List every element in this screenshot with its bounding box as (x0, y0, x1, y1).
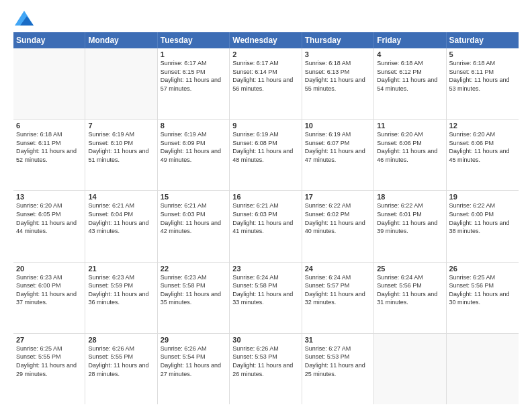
day-number: 25 (377, 265, 443, 273)
cell-info: Sunrise: 6:17 AMSunset: 6:15 PMDaylight:… (161, 59, 226, 93)
day-number: 31 (305, 336, 371, 344)
cell-info: Sunrise: 6:24 AMSunset: 5:58 PMDaylight:… (232, 273, 298, 307)
day-cell-10: 10Sunrise: 6:19 AMSunset: 6:07 PMDayligh… (302, 120, 374, 190)
day-number: 10 (305, 122, 371, 130)
cell-info: Sunrise: 6:24 AMSunset: 5:56 PMDaylight:… (377, 273, 443, 307)
cell-info: Sunrise: 6:26 AMSunset: 5:54 PMDaylight:… (161, 345, 226, 378)
logo-icon (15, 11, 34, 26)
day-number: 17 (305, 193, 371, 201)
day-number: 14 (88, 193, 154, 201)
cell-info: Sunrise: 6:23 AMSunset: 5:59 PMDaylight:… (88, 273, 154, 307)
day-number: 1 (161, 50, 226, 58)
day-cell-8: 8Sunrise: 6:19 AMSunset: 6:09 PMDaylight… (158, 120, 230, 190)
calendar-week-3: 13Sunrise: 6:20 AMSunset: 6:05 PMDayligh… (13, 191, 519, 262)
day-cell-30: 30Sunrise: 6:26 AMSunset: 5:53 PMDayligh… (230, 334, 302, 404)
calendar: SundayMondayTuesdayWednesdayThursdayFrid… (13, 32, 519, 404)
day-cell-6: 6Sunrise: 6:18 AMSunset: 6:11 PMDaylight… (13, 120, 85, 190)
day-cell-24: 24Sunrise: 6:24 AMSunset: 5:57 PMDayligh… (302, 263, 374, 333)
day-cell-7: 7Sunrise: 6:19 AMSunset: 6:10 PMDaylight… (85, 120, 157, 190)
cell-info: Sunrise: 6:20 AMSunset: 6:05 PMDaylight:… (16, 201, 82, 235)
day-number: 15 (161, 193, 226, 201)
day-header-wednesday: Wednesday (230, 32, 302, 48)
cell-info: Sunrise: 6:18 AMSunset: 6:11 PMDaylight:… (16, 130, 82, 164)
cell-info: Sunrise: 6:26 AMSunset: 5:55 PMDaylight:… (88, 345, 154, 378)
day-header-saturday: Saturday (447, 32, 519, 48)
day-cell-13: 13Sunrise: 6:20 AMSunset: 6:05 PMDayligh… (13, 191, 85, 261)
day-header-monday: Monday (85, 32, 157, 48)
day-number: 9 (232, 122, 298, 130)
day-number: 28 (88, 336, 154, 344)
day-number: 2 (232, 50, 298, 58)
day-number: 8 (161, 122, 226, 130)
day-header-sunday: Sunday (13, 32, 85, 48)
logo (13, 11, 34, 26)
cell-info: Sunrise: 6:23 AMSunset: 5:58 PMDaylight:… (161, 273, 226, 307)
calendar-week-5: 27Sunrise: 6:25 AMSunset: 5:55 PMDayligh… (13, 334, 519, 404)
page: SundayMondayTuesdayWednesdayThursdayFrid… (0, 0, 532, 411)
day-cell-20: 20Sunrise: 6:23 AMSunset: 6:00 PMDayligh… (13, 263, 85, 333)
day-number: 29 (161, 336, 226, 344)
day-number: 22 (161, 265, 226, 273)
day-number: 3 (305, 50, 371, 58)
cell-info: Sunrise: 6:21 AMSunset: 6:04 PMDaylight:… (88, 201, 154, 235)
day-header-thursday: Thursday (302, 32, 374, 48)
day-number: 26 (449, 265, 516, 273)
day-cell-16: 16Sunrise: 6:21 AMSunset: 6:03 PMDayligh… (230, 191, 302, 261)
day-number: 5 (449, 50, 516, 58)
cell-info: Sunrise: 6:18 AMSunset: 6:11 PMDaylight:… (449, 59, 516, 93)
day-cell-14: 14Sunrise: 6:21 AMSunset: 6:04 PMDayligh… (85, 191, 157, 261)
cell-info: Sunrise: 6:18 AMSunset: 6:12 PMDaylight:… (377, 59, 443, 93)
day-cell-4: 4Sunrise: 6:18 AMSunset: 6:12 PMDaylight… (374, 48, 446, 119)
day-cell-22: 22Sunrise: 6:23 AMSunset: 5:58 PMDayligh… (158, 263, 230, 333)
day-number: 24 (305, 265, 371, 273)
cell-info: Sunrise: 6:21 AMSunset: 6:03 PMDaylight:… (232, 201, 298, 235)
day-number: 18 (377, 193, 443, 201)
day-number: 7 (88, 122, 154, 130)
day-cell-23: 23Sunrise: 6:24 AMSunset: 5:58 PMDayligh… (230, 263, 302, 333)
day-number: 30 (232, 336, 298, 344)
calendar-week-4: 20Sunrise: 6:23 AMSunset: 6:00 PMDayligh… (13, 263, 519, 334)
day-header-friday: Friday (374, 32, 446, 48)
day-cell-18: 18Sunrise: 6:22 AMSunset: 6:01 PMDayligh… (374, 191, 446, 261)
day-cell-11: 11Sunrise: 6:20 AMSunset: 6:06 PMDayligh… (374, 120, 446, 190)
day-cell-29: 29Sunrise: 6:26 AMSunset: 5:54 PMDayligh… (158, 334, 230, 404)
cell-info: Sunrise: 6:22 AMSunset: 6:01 PMDaylight:… (377, 201, 443, 235)
day-number: 16 (232, 193, 298, 201)
cell-info: Sunrise: 6:19 AMSunset: 6:10 PMDaylight:… (88, 130, 154, 164)
cell-info: Sunrise: 6:25 AMSunset: 5:55 PMDaylight:… (16, 345, 82, 378)
calendar-week-2: 6Sunrise: 6:18 AMSunset: 6:11 PMDaylight… (13, 120, 519, 191)
day-number: 4 (377, 50, 443, 58)
day-cell-2: 2Sunrise: 6:17 AMSunset: 6:14 PMDaylight… (230, 48, 302, 119)
header (13, 11, 519, 26)
day-number: 20 (16, 265, 82, 273)
calendar-week-1: 1Sunrise: 6:17 AMSunset: 6:15 PMDaylight… (13, 48, 519, 120)
day-cell-19: 19Sunrise: 6:22 AMSunset: 6:00 PMDayligh… (447, 191, 519, 261)
day-header-tuesday: Tuesday (158, 32, 230, 48)
cell-info: Sunrise: 6:19 AMSunset: 6:07 PMDaylight:… (305, 130, 371, 164)
day-number: 11 (377, 122, 443, 130)
cell-info: Sunrise: 6:26 AMSunset: 5:53 PMDaylight:… (232, 345, 298, 378)
day-cell-1: 1Sunrise: 6:17 AMSunset: 6:15 PMDaylight… (158, 48, 230, 119)
cell-info: Sunrise: 6:19 AMSunset: 6:09 PMDaylight:… (161, 130, 226, 164)
cell-info: Sunrise: 6:21 AMSunset: 6:03 PMDaylight:… (161, 201, 226, 235)
day-cell-15: 15Sunrise: 6:21 AMSunset: 6:03 PMDayligh… (158, 191, 230, 261)
day-cell-5: 5Sunrise: 6:18 AMSunset: 6:11 PMDaylight… (447, 48, 519, 119)
day-number: 12 (449, 122, 516, 130)
day-cell-9: 9Sunrise: 6:19 AMSunset: 6:08 PMDaylight… (230, 120, 302, 190)
day-cell-12: 12Sunrise: 6:20 AMSunset: 6:06 PMDayligh… (447, 120, 519, 190)
day-number: 19 (449, 193, 516, 201)
day-cell-21: 21Sunrise: 6:23 AMSunset: 5:59 PMDayligh… (85, 263, 157, 333)
empty-cell (85, 48, 157, 119)
cell-info: Sunrise: 6:27 AMSunset: 5:53 PMDaylight:… (305, 345, 371, 378)
cell-info: Sunrise: 6:24 AMSunset: 5:57 PMDaylight:… (305, 273, 371, 307)
cell-info: Sunrise: 6:17 AMSunset: 6:14 PMDaylight:… (232, 59, 298, 93)
cell-info: Sunrise: 6:20 AMSunset: 6:06 PMDaylight:… (449, 130, 516, 164)
day-cell-28: 28Sunrise: 6:26 AMSunset: 5:55 PMDayligh… (85, 334, 157, 404)
cell-info: Sunrise: 6:18 AMSunset: 6:13 PMDaylight:… (305, 59, 371, 93)
calendar-body: 1Sunrise: 6:17 AMSunset: 6:15 PMDaylight… (13, 48, 519, 404)
day-cell-3: 3Sunrise: 6:18 AMSunset: 6:13 PMDaylight… (302, 48, 374, 119)
cell-info: Sunrise: 6:22 AMSunset: 6:00 PMDaylight:… (449, 201, 516, 235)
day-number: 6 (16, 122, 82, 130)
empty-cell (447, 334, 519, 404)
day-number: 21 (88, 265, 154, 273)
